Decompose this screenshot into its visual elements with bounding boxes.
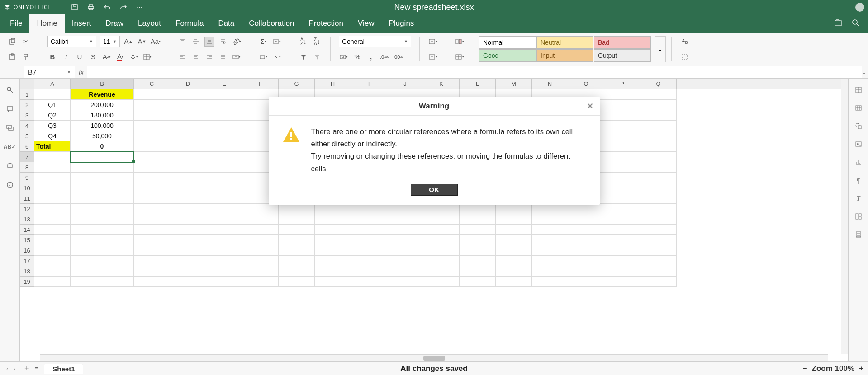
ok-button[interactable]: OK [411,184,458,196]
close-icon[interactable]: ✕ [587,101,593,111]
warning-icon [282,126,300,144]
warning-dialog: Warning ✕ There are one or more circular… [269,97,600,205]
dialog-title: Warning [419,102,449,111]
modal-overlay: Warning ✕ There are one or more circular… [0,0,868,375]
svg-rect-42 [290,138,292,140]
svg-rect-41 [290,132,292,137]
dialog-message: There are one or more circular reference… [311,126,586,175]
